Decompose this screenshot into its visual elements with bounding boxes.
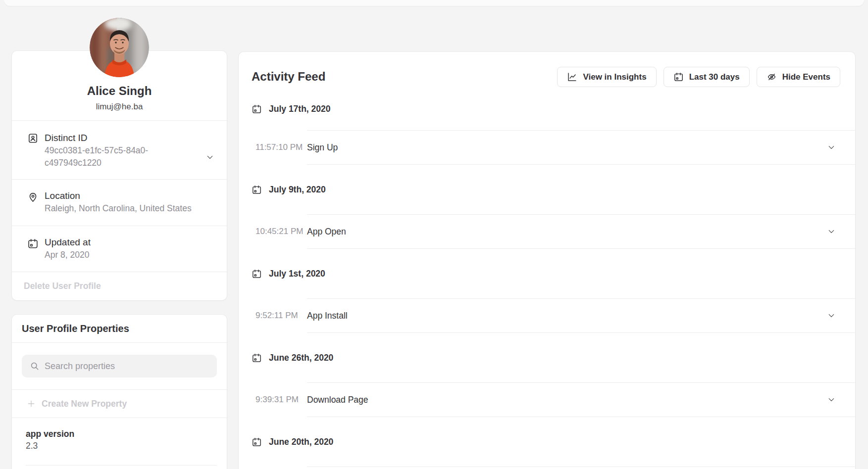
- event-name: App Install: [307, 311, 348, 321]
- feed-date-label: July 1st, 2020: [269, 269, 325, 279]
- chevron-down-icon[interactable]: [206, 153, 214, 161]
- location-pin-icon: [27, 191, 39, 203]
- chevron-down-icon[interactable]: [827, 228, 835, 235]
- event-row[interactable]: 9:52:11 PM App Install: [307, 298, 855, 333]
- user-profile-card: Alice Singh limuj@he.ba Distinct ID 49cc…: [12, 51, 227, 300]
- feed-group: July 17th, 2020 11:57:10 PM Sign Up: [239, 88, 855, 165]
- feed-date-label: June 26th, 2020: [269, 353, 333, 363]
- hide-events-button[interactable]: Hide Events: [757, 67, 840, 87]
- feed-date-header: July 9th, 2020: [239, 165, 855, 214]
- activity-feed-card: Activity Feed View in Insights Last 30 d…: [239, 52, 855, 469]
- profile-field-distinct-id: Distinct ID 49cc0381-e1fc-57c5-84a0- c49…: [12, 121, 227, 180]
- field-label: Updated at: [45, 236, 215, 249]
- search-properties-section: [12, 343, 227, 390]
- eye-off-icon: [766, 72, 777, 82]
- feed-date-label: June 20th, 2020: [269, 437, 333, 447]
- event-name: App Open: [307, 227, 346, 237]
- profile-email: limuj@he.ba: [12, 101, 227, 112]
- activity-feed-actions: View in Insights Last 30 days Hide Event…: [557, 67, 840, 87]
- property-value: 2.3: [26, 440, 217, 452]
- event-time: 9:39:31 PM: [255, 395, 305, 405]
- property-item: app version 2.3: [12, 418, 227, 466]
- create-new-property-label: Create New Property: [42, 399, 127, 409]
- feed-date-label: July 17th, 2020: [269, 104, 331, 114]
- property-name: app version: [26, 428, 217, 440]
- divider: [26, 465, 217, 466]
- button-label: Hide Events: [782, 72, 830, 82]
- event-time: 9:52:11 PM: [255, 311, 305, 321]
- event-time: 10:45:21 PM: [255, 227, 305, 236]
- field-value-line: 49cc0381-e1fc-57c5-84a0-: [45, 144, 215, 157]
- avatar: [90, 18, 149, 77]
- calendar-icon: [252, 269, 262, 279]
- event-row[interactable]: 9:39:31 PM Download Page: [307, 382, 855, 417]
- button-label: View in Insights: [583, 72, 646, 82]
- feed-group: June 20th, 2020: [239, 417, 855, 469]
- field-value-line: c497949c1220: [45, 157, 215, 169]
- create-new-property-button[interactable]: Create New Property: [12, 390, 227, 418]
- calendar-icon: [27, 238, 39, 249]
- search-icon: [30, 361, 40, 371]
- event-row[interactable]: 10:45:21 PM App Open: [307, 214, 855, 249]
- search-properties-input[interactable]: [22, 355, 217, 377]
- top-scroll-remnant-bar: [4, 0, 864, 6]
- event-name: Sign Up: [307, 142, 338, 153]
- calendar-icon: [252, 437, 262, 447]
- feed-date-header: June 20th, 2020: [239, 417, 855, 467]
- properties-panel-title: User Profile Properties: [12, 315, 227, 343]
- feed-date-header: July 17th, 2020: [239, 88, 855, 130]
- feed-date-label: July 9th, 2020: [269, 185, 326, 195]
- field-value: Apr 8, 2020: [45, 249, 215, 261]
- profile-field-updated-at: Updated at Apr 8, 2020: [12, 226, 227, 272]
- event-name: Download Page: [307, 395, 368, 405]
- calendar-icon: [252, 104, 262, 114]
- event-row[interactable]: 11:57:10 PM Sign Up: [307, 130, 855, 165]
- profile-field-location: Location Raleigh, North Carolina, United…: [12, 180, 227, 226]
- chevron-down-icon[interactable]: [827, 312, 835, 320]
- button-label: Last 30 days: [689, 72, 740, 82]
- user-profile-properties-card: User Profile Properties Create New Prope…: [12, 315, 227, 469]
- id-badge-icon: [27, 133, 39, 144]
- event-time: 11:57:10 PM: [255, 142, 305, 152]
- calendar-icon: [252, 353, 262, 363]
- view-in-insights-button[interactable]: View in Insights: [557, 67, 656, 87]
- last-30-days-button[interactable]: Last 30 days: [664, 67, 750, 87]
- field-value: Raleigh, North Carolina, United States: [45, 202, 215, 215]
- feed-date-header: June 26th, 2020: [239, 333, 855, 382]
- field-label: Location: [45, 189, 215, 202]
- feed-group: June 26th, 2020 9:39:31 PM Download Page: [239, 333, 855, 417]
- calendar-icon: [673, 72, 684, 82]
- feed-group: July 9th, 2020 10:45:21 PM App Open: [239, 165, 855, 249]
- event-row[interactable]: [307, 467, 855, 469]
- feed-date-header: July 1st, 2020: [239, 249, 855, 298]
- feed-group: July 1st, 2020 9:52:11 PM App Install: [239, 249, 855, 333]
- line-chart-icon: [567, 72, 577, 82]
- calendar-icon: [252, 185, 262, 195]
- profile-name: Alice Singh: [12, 84, 227, 98]
- search-properties-box[interactable]: [22, 355, 217, 377]
- field-label: Distinct ID: [45, 132, 215, 144]
- delete-user-profile-button[interactable]: Delete User Profile: [12, 272, 227, 300]
- plus-icon: [27, 399, 36, 408]
- chevron-down-icon[interactable]: [827, 143, 835, 151]
- chevron-down-icon[interactable]: [827, 396, 835, 404]
